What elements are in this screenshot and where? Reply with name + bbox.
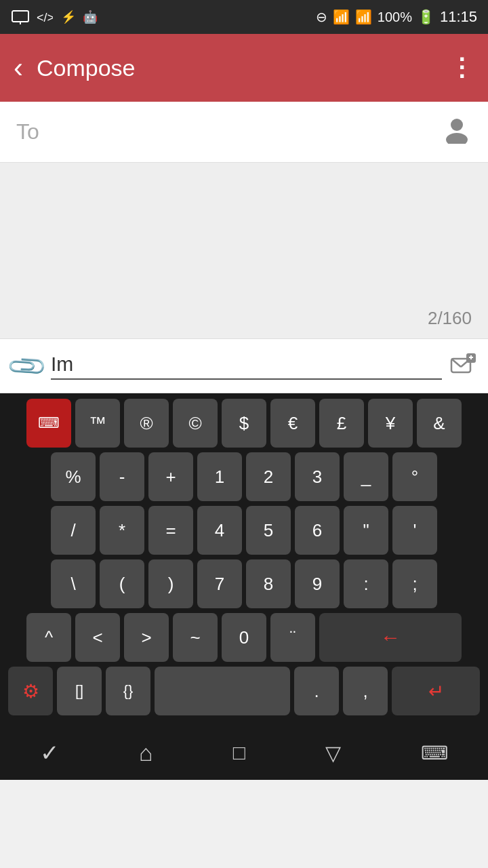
input-row: 📎 Im	[0, 339, 488, 393]
svg-line-9	[451, 359, 461, 367]
key-greater[interactable]: >	[124, 613, 169, 662]
back-button[interactable]: ‹	[14, 52, 23, 84]
key-euro[interactable]: €	[270, 399, 315, 448]
status-icons-left: </> ⚡ 🤖	[11, 9, 98, 24]
key-8[interactable]: 8	[246, 559, 291, 608]
key-backslash[interactable]: \	[51, 559, 96, 608]
kb-row-3: / * = 4 5 6 " '	[3, 506, 485, 555]
key-asterisk[interactable]: *	[100, 506, 144, 555]
kb-row-1: ⌨ ™ ® © $ € £ ¥ &	[3, 399, 485, 448]
to-section[interactable]: To	[0, 102, 488, 163]
key-minus[interactable]: -	[100, 452, 144, 501]
key-slash[interactable]: /	[51, 506, 96, 555]
key-4[interactable]: 4	[197, 506, 242, 555]
key-backspace[interactable]: ←	[319, 613, 462, 662]
key-sq-brackets[interactable]: []	[57, 667, 102, 715]
key-settings[interactable]: ⚙	[8, 667, 53, 715]
display-icon	[11, 9, 30, 24]
svg-text:</>: </>	[37, 11, 53, 24]
key-rparen[interactable]: )	[148, 559, 193, 608]
signal-icon: 📶	[355, 9, 372, 25]
key-dquote[interactable]: "	[344, 506, 388, 555]
svg-point-7	[446, 133, 468, 144]
key-plus[interactable]: +	[148, 452, 193, 501]
svg-rect-0	[12, 11, 28, 22]
key-lparen[interactable]: (	[100, 559, 144, 608]
keyboard: ⌨ ™ ® © $ € £ ¥ & % - + 1 2 3 _ ° / * = …	[0, 393, 488, 726]
key-comma[interactable]: ,	[343, 667, 388, 715]
message-input[interactable]: Im	[51, 353, 442, 380]
nav-down-button[interactable]: ▽	[325, 741, 341, 765]
android-icon: 🤖	[81, 9, 98, 24]
key-pound[interactable]: £	[319, 399, 364, 448]
key-tm[interactable]: ™	[75, 399, 120, 448]
app-bar: ‹ Compose ⋮	[0, 34, 488, 102]
key-dollar[interactable]: $	[222, 399, 266, 448]
clock: 11:15	[440, 8, 477, 26]
key-yen[interactable]: ¥	[368, 399, 413, 448]
key-3[interactable]: 3	[295, 452, 340, 501]
key-registered[interactable]: ®	[124, 399, 169, 448]
kb-row-5: ^ < > ~ 0 ¨ ←	[3, 613, 485, 662]
battery-icon: 🔋	[418, 9, 434, 25]
status-bar: </> ⚡ 🤖 ⊖ 📶 📶 100% 🔋 11:15	[0, 0, 488, 34]
kb-row-4: \ ( ) 7 8 9 : ;	[3, 559, 485, 608]
key-percent[interactable]: %	[51, 452, 96, 501]
battery-percent: 100%	[378, 9, 412, 25]
nav-back-button[interactable]: ✓	[40, 739, 59, 766]
key-colon[interactable]: :	[344, 559, 388, 608]
key-equals[interactable]: =	[148, 506, 193, 555]
code-icon: </>	[37, 9, 53, 24]
key-copyright[interactable]: ©	[173, 399, 218, 448]
dnd-icon: ⊖	[316, 9, 327, 25]
nav-keyboard-button[interactable]: ⌨	[421, 742, 448, 764]
key-keyboard-switch[interactable]: ⌨	[26, 399, 71, 448]
key-enter[interactable]: ↵	[392, 667, 480, 715]
nav-home-button[interactable]: ⌂	[139, 740, 153, 766]
attach-icon[interactable]: 📎	[5, 344, 48, 387]
key-diaeresis[interactable]: ¨	[270, 613, 315, 662]
key-6[interactable]: 6	[295, 506, 340, 555]
key-0[interactable]: 0	[222, 613, 266, 662]
svg-text:🤖: 🤖	[83, 9, 98, 24]
key-degree[interactable]: °	[392, 452, 437, 501]
to-label: To	[16, 119, 442, 144]
kb-row-2: % - + 1 2 3 _ °	[3, 452, 485, 501]
contact-picker-icon[interactable]	[442, 114, 472, 151]
send-icon[interactable]	[450, 352, 477, 380]
key-space[interactable]	[155, 667, 290, 715]
key-1[interactable]: 1	[197, 452, 242, 501]
char-count: 2/160	[428, 308, 472, 329]
key-tilde[interactable]: ~	[173, 613, 218, 662]
status-icons-right: ⊖ 📶 📶 100% 🔋 11:15	[316, 8, 477, 26]
key-7[interactable]: 7	[197, 559, 242, 608]
usb-icon: ⚡	[60, 9, 75, 24]
key-squote[interactable]: '	[392, 506, 437, 555]
svg-text:⚡: ⚡	[61, 9, 75, 24]
overflow-menu-button[interactable]: ⋮	[449, 54, 474, 82]
char-count-bar: 2/160	[0, 298, 488, 339]
key-curly-brackets[interactable]: {}	[106, 667, 150, 715]
key-5[interactable]: 5	[246, 506, 291, 555]
key-caret[interactable]: ^	[26, 613, 71, 662]
key-dot[interactable]: .	[294, 667, 339, 715]
key-underscore[interactable]: _	[344, 452, 388, 501]
wifi-icon: 📶	[333, 9, 350, 25]
key-9[interactable]: 9	[295, 559, 340, 608]
nav-recents-button[interactable]: □	[233, 741, 245, 764]
key-ampersand[interactable]: &	[417, 399, 462, 448]
kb-row-6: ⚙ [] {} . , ↵	[3, 667, 485, 715]
key-less[interactable]: <	[75, 613, 120, 662]
key-semicolon[interactable]: ;	[392, 559, 437, 608]
nav-bar: ✓ ⌂ □ ▽ ⌨	[0, 726, 488, 780]
app-title: Compose	[37, 55, 449, 81]
svg-point-6	[451, 119, 463, 131]
key-2[interactable]: 2	[246, 452, 291, 501]
message-area[interactable]	[0, 163, 488, 298]
